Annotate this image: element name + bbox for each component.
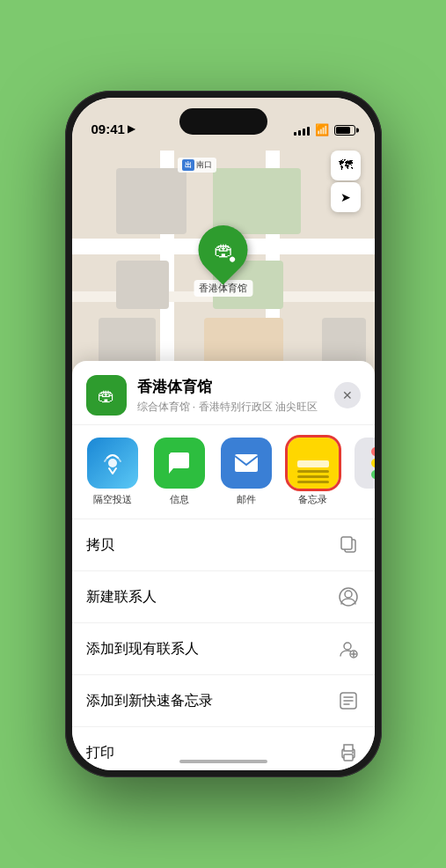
airdrop-label: 隔空投送: [93, 494, 132, 506]
action-print[interactable]: 打印: [72, 727, 375, 770]
action-add-existing[interactable]: 添加到现有联系人: [72, 623, 375, 675]
pin-dot: [229, 255, 236, 262]
action-add-notes[interactable]: 添加到新快速备忘录: [72, 675, 375, 727]
circle-red: [371, 447, 375, 456]
airdrop-icon: [87, 438, 138, 489]
notes-icon: [288, 438, 339, 489]
map-controls: 🗺 ➤: [331, 151, 361, 212]
messages-icon: [154, 438, 205, 489]
notes-line: [297, 475, 329, 478]
svg-point-6: [344, 643, 351, 650]
location-button[interactable]: ➤: [331, 182, 361, 212]
mail-svg: [233, 452, 260, 474]
wifi-icon: 📶: [315, 123, 329, 136]
map-block: [116, 168, 186, 234]
south-gate-label: 出 南口: [178, 158, 216, 173]
sheet-close-button[interactable]: ✕: [334, 382, 361, 408]
sheet-title: 香港体育馆: [137, 377, 324, 397]
map-type-button[interactable]: 🗺: [331, 151, 361, 180]
action-print-label: 打印: [86, 744, 114, 762]
notes-line: [297, 470, 329, 473]
notes-line: [297, 481, 329, 483]
venue-icon: 🏟: [86, 375, 127, 416]
copy-icon: [336, 533, 361, 557]
share-more[interactable]: 推: [354, 438, 375, 506]
messages-label: 信息: [170, 494, 189, 506]
circle-yellow: [371, 459, 375, 467]
action-add-existing-label: 添加到现有联系人: [86, 640, 199, 658]
sheet-info: 香港体育馆 综合体育馆 · 香港特别行政区 油尖旺区: [137, 377, 324, 415]
action-new-contact-label: 新建联系人: [86, 588, 157, 607]
print-svg: [339, 743, 358, 762]
notes-line-top: [297, 460, 329, 467]
person-svg: [339, 587, 358, 607]
bottom-sheet: 🏟 香港体育馆 综合体育馆 · 香港特别行政区 油尖旺区 ✕: [72, 361, 375, 770]
battery-icon: [334, 125, 355, 136]
action-list: 拷贝 新建联系人: [72, 519, 375, 770]
messages-svg: [166, 451, 193, 475]
copy-svg: [339, 535, 358, 555]
stadium-pin[interactable]: 🏟 香港体育馆: [194, 225, 252, 297]
sheet-subtitle: 综合体育馆 · 香港特别行政区 油尖旺区: [137, 400, 324, 415]
action-add-notes-label: 添加到新快速备忘录: [86, 692, 213, 710]
print-icon: [336, 740, 361, 765]
share-messages[interactable]: 信息: [153, 438, 206, 506]
action-copy-label: 拷贝: [86, 536, 114, 555]
airdrop-svg: [100, 451, 125, 475]
share-row: 隔空投送 信息: [72, 425, 375, 519]
svg-rect-16: [344, 745, 353, 751]
svg-point-4: [345, 591, 352, 598]
pin-marker: 🏟: [188, 215, 258, 284]
notes-label: 备忘录: [298, 494, 327, 506]
location-arrow-icon: ▶: [128, 123, 135, 135]
share-mail[interactable]: 邮件: [220, 438, 273, 506]
svg-rect-3: [341, 537, 352, 549]
phone-screen: 09:41 ▶ 📶: [72, 98, 375, 770]
status-time: 09:41 ▶: [91, 121, 135, 136]
add-notes-icon: [336, 688, 361, 713]
circle-green: [371, 470, 375, 479]
map-block: [116, 261, 169, 309]
note-svg: [339, 691, 358, 710]
time-display: 09:41: [91, 121, 125, 136]
signal-bars-icon: [294, 125, 310, 136]
status-icons: 📶: [294, 123, 355, 136]
mail-label: 邮件: [237, 494, 256, 506]
share-notes[interactable]: 备忘录: [287, 438, 340, 506]
svg-point-17: [352, 752, 354, 754]
gate-name: 南口: [196, 159, 212, 171]
svg-rect-1: [235, 454, 258, 472]
action-copy[interactable]: 拷贝: [72, 519, 375, 571]
mail-icon: [221, 438, 272, 489]
more-circles: [371, 447, 375, 479]
action-new-contact[interactable]: 新建联系人: [72, 571, 375, 623]
person-add-svg: [339, 639, 358, 658]
share-airdrop[interactable]: 隔空投送: [86, 438, 139, 506]
home-indicator: [179, 760, 267, 763]
svg-point-0: [108, 459, 117, 467]
battery-fill: [336, 127, 350, 134]
phone-frame: 09:41 ▶ 📶: [65, 91, 382, 777]
dynamic-island: [179, 108, 267, 135]
new-contact-icon: [336, 585, 361, 609]
svg-rect-15: [344, 754, 353, 761]
sheet-header: 🏟 香港体育馆 综合体育馆 · 香港特别行政区 油尖旺区 ✕: [72, 361, 375, 425]
add-existing-icon: [336, 636, 361, 661]
more-icon: [355, 438, 375, 489]
gate-prefix: 出: [182, 159, 194, 171]
